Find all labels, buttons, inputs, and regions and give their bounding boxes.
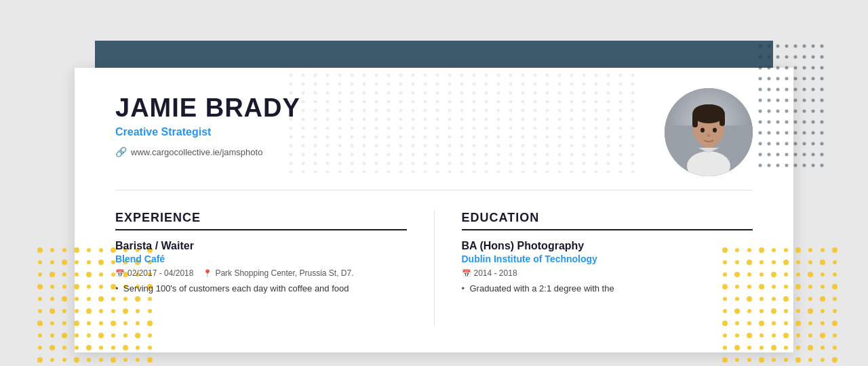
svg-point-53: [803, 110, 806, 113]
svg-point-194: [136, 358, 140, 362]
svg-point-46: [812, 99, 815, 102]
link-icon: 🔗: [115, 146, 127, 157]
svg-point-666: [713, 128, 717, 133]
svg-point-68: [794, 131, 797, 135]
resume-header: JAMIE BRADY Creative Strategist 🔗 www.ca…: [115, 95, 753, 190]
svg-point-286: [722, 357, 728, 363]
svg-point-235: [832, 284, 837, 289]
svg-rect-662: [692, 114, 698, 127]
svg-point-54: [812, 110, 815, 113]
job-dates: 📅 02/2017 - 04/2018: [115, 268, 193, 278]
job-title: Barista / Waiter: [115, 240, 407, 252]
header-left: JAMIE BRADY Creative Strategist 🔗 www.ca…: [115, 95, 637, 157]
job-location: 📍 Park Shopping Center, Prussia St, D7.: [203, 268, 353, 278]
svg-point-93: [803, 164, 806, 167]
svg-point-223: [808, 272, 813, 277]
svg-point-86: [812, 153, 815, 157]
svg-point-295: [832, 357, 837, 363]
edu-institution: Dublin Institute of Technology: [462, 253, 753, 264]
svg-point-204: [821, 248, 825, 252]
svg-point-275: [833, 333, 837, 338]
svg-point-222: [796, 272, 800, 277]
svg-point-166: [38, 333, 42, 338]
svg-point-136: [38, 297, 42, 301]
svg-point-55: [821, 110, 824, 113]
svg-point-12: [794, 56, 797, 59]
svg-point-224: [821, 272, 825, 277]
calendar-icon: 📅: [115, 269, 125, 278]
svg-point-96: [37, 247, 43, 253]
svg-point-137: [50, 297, 54, 301]
svg-point-107: [50, 260, 54, 264]
svg-point-8: [759, 56, 762, 59]
svg-point-272: [796, 333, 800, 338]
resume-body: EXPERIENCE Barista / Waiter Blend Café 📅…: [115, 211, 753, 325]
svg-point-214: [820, 260, 825, 265]
resume-content: JAMIE BRADY Creative Strategist 🔗 www.ca…: [75, 68, 793, 352]
svg-point-3: [785, 45, 789, 48]
svg-point-243: [808, 297, 812, 301]
svg-point-37: [803, 88, 806, 92]
svg-point-138: [62, 296, 67, 302]
avatar: [665, 88, 753, 176]
svg-point-148: [62, 309, 66, 313]
location-text: Park Shopping Center, Prussia St, D7.: [215, 268, 353, 278]
candidate-website: 🔗 www.cargocollective.ie/jamsphoto: [115, 146, 637, 157]
experience-section: EXPERIENCE Barista / Waiter Blend Café 📅…: [115, 211, 435, 325]
svg-point-225: [833, 272, 837, 277]
svg-point-186: [37, 357, 43, 363]
svg-point-253: [808, 308, 813, 314]
svg-point-1: [768, 45, 771, 48]
svg-point-290: [772, 358, 776, 362]
svg-point-287: [735, 358, 739, 362]
svg-point-178: [62, 346, 66, 350]
svg-point-116: [38, 272, 42, 277]
svg-point-252: [796, 309, 800, 313]
company-name: Blend Café: [115, 253, 407, 264]
svg-point-79: [821, 142, 824, 146]
svg-point-11: [785, 56, 789, 59]
svg-point-232: [795, 284, 801, 289]
svg-point-156: [37, 321, 43, 326]
svg-point-97: [50, 248, 54, 252]
svg-point-77: [803, 142, 806, 146]
location-icon: 📍: [203, 269, 212, 278]
svg-point-215: [833, 260, 837, 264]
svg-point-292: [795, 357, 801, 363]
education-section: EDUCATION BA (Hons) Photography Dublin I…: [462, 211, 753, 325]
svg-point-195: [147, 357, 153, 363]
candidate-title: Creative Strategist: [115, 126, 637, 138]
svg-point-71: [821, 131, 824, 135]
svg-point-117: [50, 272, 55, 277]
edu-degree: BA (Hons) Photography: [462, 240, 753, 252]
svg-point-63: [821, 121, 824, 124]
edu-meta: 📅 2014 - 2018: [462, 268, 753, 278]
svg-point-233: [808, 285, 812, 289]
svg-point-147: [50, 308, 55, 314]
edu-dates: 📅 2014 - 2018: [462, 268, 517, 278]
svg-point-76: [794, 142, 797, 146]
avatar-svg: [665, 88, 753, 176]
svg-point-203: [808, 248, 812, 252]
svg-point-39: [821, 88, 824, 92]
svg-point-87: [821, 153, 824, 157]
website-url: www.cargocollective.ie/jamsphoto: [131, 147, 262, 157]
edu-dates-text: 2014 - 2018: [474, 268, 517, 278]
svg-point-15: [821, 56, 824, 59]
svg-point-128: [62, 285, 66, 289]
svg-point-95: [821, 164, 824, 167]
svg-point-38: [812, 88, 815, 92]
svg-point-189: [74, 357, 79, 363]
svg-point-44: [794, 99, 797, 102]
svg-point-262: [795, 321, 801, 326]
svg-point-85: [803, 153, 806, 157]
svg-point-234: [821, 285, 825, 289]
svg-point-10: [776, 56, 780, 59]
svg-point-7: [821, 45, 824, 48]
svg-point-62: [812, 121, 815, 124]
svg-point-187: [50, 358, 54, 362]
svg-point-191: [99, 358, 103, 362]
svg-point-157: [50, 321, 54, 325]
svg-point-176: [38, 346, 42, 350]
svg-point-205: [832, 247, 837, 253]
